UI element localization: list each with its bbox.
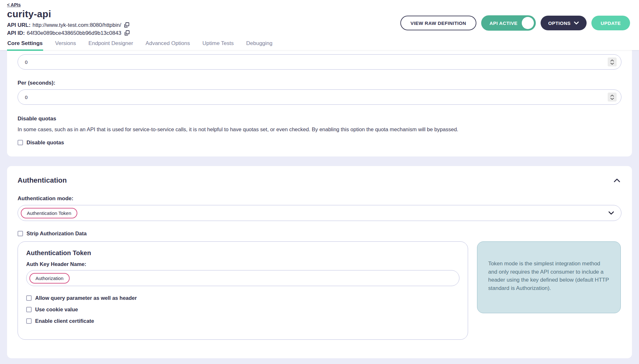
auth-key-header-name-input[interactable]: Authorization [26, 270, 459, 286]
number-stepper-icon[interactable] [608, 57, 617, 66]
strip-authorization-checkbox[interactable] [18, 231, 23, 236]
allow-query-parameter-checkbox-row[interactable]: Allow query parameter as well as header [26, 295, 459, 301]
disable-quotas-description: In some cases, such as in an API that is… [18, 126, 621, 133]
tab-uptime-tests[interactable]: Uptime Tests [202, 39, 234, 51]
rate-input-value: 0 [25, 59, 27, 65]
tab-bar: Core Settings Versions Endpoint Designer… [7, 39, 639, 51]
api-id-label: API ID: [7, 29, 25, 37]
per-seconds-input-value: 0 [25, 95, 27, 100]
toggle-knob [522, 17, 534, 29]
view-raw-definition-label: VIEW RAW DEFINITION [411, 20, 466, 26]
authentication-mode-chip: Authentication Token [21, 208, 77, 218]
tab-core-settings[interactable]: Core Settings [7, 39, 43, 51]
chevron-down-icon [574, 21, 579, 25]
rate-input[interactable]: 0 [18, 54, 621, 70]
tab-debugging[interactable]: Debugging [246, 39, 273, 51]
authentication-mode-select[interactable]: Authentication Token [18, 205, 621, 221]
api-active-toggle[interactable]: API ACTIVE [481, 15, 536, 31]
authentication-token-panel-heading: Authentication Token [26, 249, 459, 257]
options-button[interactable]: OPTIONS [541, 16, 587, 30]
header-actions: VIEW RAW DEFINITION API ACTIVE OPTIONS U… [400, 15, 630, 31]
auth-key-header-name-label: Auth Key Header Name: [26, 261, 459, 267]
disable-quotas-checkbox[interactable] [18, 140, 23, 145]
strip-authorization-checkbox-label: Strip Authorization Data [27, 231, 87, 237]
disable-quotas-heading: Disable quotas [18, 116, 621, 122]
token-mode-info-box: Token mode is the simplest integration m… [477, 241, 621, 313]
use-cookie-value-checkbox-label: Use cookie value [35, 307, 78, 313]
api-active-label: API ACTIVE [489, 20, 518, 26]
update-button[interactable]: UPDATE [591, 16, 630, 30]
number-stepper-icon[interactable] [608, 93, 617, 102]
api-url-value: http://www.tyk-test.com:8080/httpbin/ [33, 21, 121, 29]
update-label: UPDATE [601, 20, 621, 26]
per-seconds-input[interactable]: 0 [18, 89, 621, 105]
auth-key-header-chip: Authorization [29, 273, 70, 284]
page-content: 0 Per (seconds): 0 Disable quotas In som… [0, 50, 639, 364]
copy-api-url-icon[interactable] [124, 22, 130, 28]
rate-limit-quotas-card: 0 Per (seconds): 0 Disable quotas In som… [7, 50, 632, 156]
strip-authorization-checkbox-row[interactable]: Strip Authorization Data [18, 231, 621, 237]
enable-client-certificate-checkbox[interactable] [26, 318, 32, 324]
chevron-down-icon [608, 211, 614, 215]
page-header: < APIs curity-api API URL: http://www.ty… [0, 0, 639, 50]
authentication-card: Authentication Authentication mode: Auth… [7, 166, 632, 358]
api-id-value: 64f30e089bce438650bb96d9b13c0843 [27, 29, 121, 37]
tab-endpoint-designer[interactable]: Endpoint Designer [88, 39, 134, 51]
copy-api-id-icon[interactable] [124, 30, 130, 36]
token-mode-info-text: Token mode is the simplest integration m… [488, 261, 609, 291]
tab-versions[interactable]: Versions [55, 39, 76, 51]
use-cookie-value-checkbox[interactable] [26, 307, 32, 312]
use-cookie-value-checkbox-row[interactable]: Use cookie value [26, 307, 459, 313]
disable-quotas-checkbox-row[interactable]: Disable quotas [18, 140, 621, 146]
options-label: OPTIONS [548, 20, 571, 26]
tab-advanced-options[interactable]: Advanced Options [145, 39, 190, 51]
disable-quotas-checkbox-label: Disable quotas [27, 140, 64, 146]
collapse-section-icon[interactable] [612, 177, 621, 184]
view-raw-definition-button[interactable]: VIEW RAW DEFINITION [400, 16, 476, 30]
per-seconds-label: Per (seconds): [18, 80, 621, 86]
allow-query-parameter-checkbox-label: Allow query parameter as well as header [35, 295, 137, 301]
authentication-heading: Authentication [18, 176, 67, 185]
authentication-mode-label: Authentication mode: [18, 195, 621, 202]
enable-client-certificate-checkbox-label: Enable client certificate [35, 318, 94, 324]
api-url-label: API URL: [7, 21, 31, 29]
enable-client-certificate-checkbox-row[interactable]: Enable client certificate [26, 318, 459, 324]
breadcrumb-back-to-apis[interactable]: < APIs [7, 2, 21, 7]
allow-query-parameter-checkbox[interactable] [26, 295, 32, 301]
authentication-token-panel: Authentication Token Auth Key Header Nam… [18, 241, 468, 340]
